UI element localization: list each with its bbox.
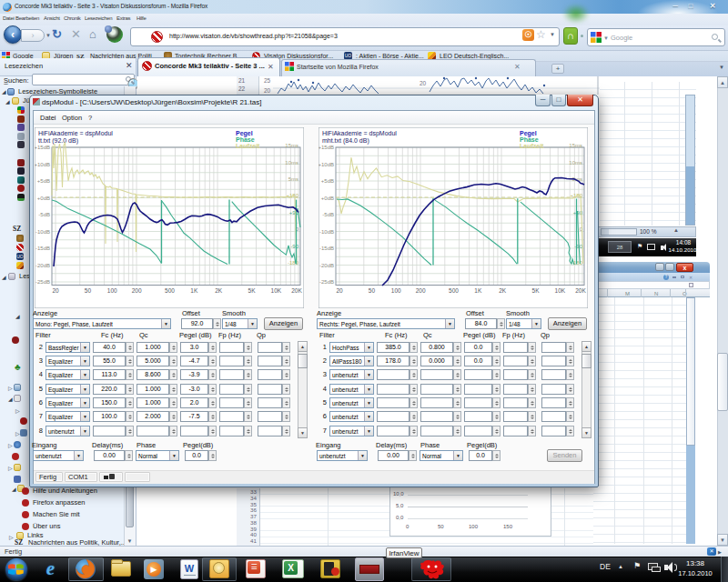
svg-text:Laufzeit: Laufzeit: [520, 143, 544, 149]
svg-text:+0dB: +0dB: [321, 196, 334, 201]
svg-text:+5dB: +5dB: [37, 178, 50, 184]
svg-text:200: 200: [132, 287, 142, 294]
svg-text:-90: -90: [290, 244, 298, 249]
svg-text:HiFiAkademie = dspModul: HiFiAkademie = dspModul: [38, 130, 113, 137]
svg-text:-10dB: -10dB: [35, 229, 50, 235]
svg-text:15ms: 15ms: [285, 143, 298, 148]
svg-text:+0dB: +0dB: [37, 196, 50, 201]
svg-text:100: 100: [391, 287, 401, 294]
svg-text:tt.txt (92.0 dB): tt.txt (92.0 dB): [38, 137, 78, 145]
svg-text:200: 200: [416, 287, 426, 294]
svg-text:-25dB: -25dB: [35, 279, 50, 285]
svg-text:-15dB: -15dB: [35, 246, 50, 251]
svg-text:10K: 10K: [555, 287, 566, 294]
svg-text:20: 20: [336, 287, 343, 294]
svg-text:-20dB: -20dB: [319, 263, 334, 268]
svg-text:-5dB: -5dB: [322, 212, 334, 217]
svg-text:HiFiAkademie = dspModul: HiFiAkademie = dspModul: [322, 130, 397, 137]
svg-text:15ms: 15ms: [569, 143, 582, 148]
svg-text:10ms: 10ms: [569, 160, 582, 166]
svg-text:+10dB: +10dB: [35, 162, 50, 167]
svg-text:+15dB: +15dB: [318, 145, 334, 150]
svg-text:+5dB: +5dB: [321, 178, 334, 184]
svg-text:1K: 1K: [190, 287, 198, 294]
svg-text:1K: 1K: [474, 287, 482, 294]
svg-text:500: 500: [165, 287, 175, 294]
svg-text:10ms: 10ms: [285, 160, 298, 166]
svg-text:-180: -180: [288, 260, 299, 266]
svg-text:-15dB: -15dB: [319, 246, 334, 251]
svg-text:+15dB: +15dB: [35, 145, 50, 150]
svg-text:-5dB: -5dB: [38, 212, 50, 217]
svg-text:500: 500: [449, 287, 459, 294]
svg-text:50: 50: [85, 287, 92, 294]
svg-text:20K: 20K: [291, 287, 302, 294]
svg-text:+10dB: +10dB: [318, 162, 334, 167]
svg-text:Phase: Phase: [520, 136, 539, 143]
svg-text:-10dB: -10dB: [319, 229, 334, 235]
svg-text:Phase: Phase: [236, 136, 255, 143]
svg-text:10K: 10K: [271, 287, 282, 294]
svg-text:50: 50: [369, 287, 376, 294]
svg-text:20K: 20K: [575, 287, 586, 294]
svg-text:20: 20: [52, 287, 59, 294]
svg-text:Laufzeit: Laufzeit: [236, 143, 260, 149]
svg-text:mht.txt (84.0 dB): mht.txt (84.0 dB): [322, 137, 369, 145]
svg-text:2K: 2K: [499, 287, 507, 294]
svg-text:5K: 5K: [248, 287, 257, 294]
svg-text:100: 100: [107, 287, 117, 294]
svg-text:-20dB: -20dB: [35, 263, 50, 268]
svg-text:2K: 2K: [215, 287, 223, 294]
svg-text:5K: 5K: [532, 287, 541, 294]
svg-text:5ms: 5ms: [288, 176, 298, 182]
svg-text:-25dB: -25dB: [319, 279, 334, 285]
